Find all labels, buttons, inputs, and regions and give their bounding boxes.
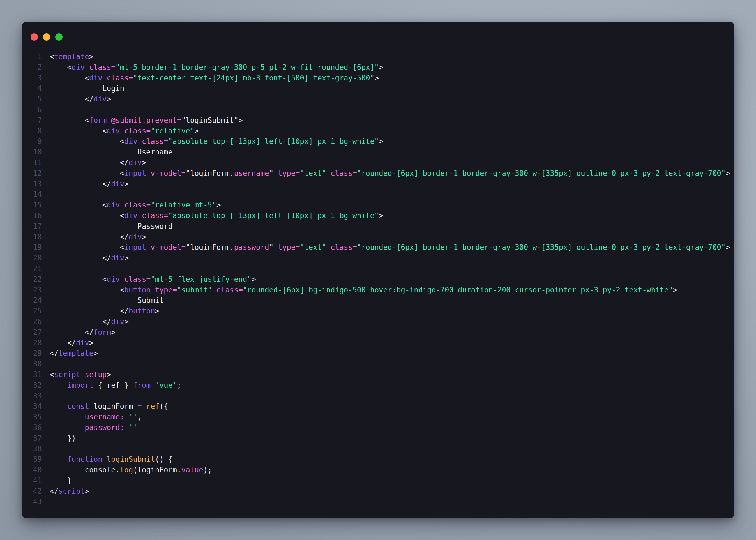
code-token: "text" [300, 243, 326, 251]
code-token: from [133, 381, 151, 389]
code-line-content [42, 105, 50, 115]
code-line-content: <div class="relative mt-5"> [42, 200, 221, 210]
code-token: > [726, 169, 730, 178]
code-line-content: Login [42, 83, 124, 94]
code-line: 41 } [22, 475, 734, 486]
code-token: > [142, 158, 146, 167]
code-line-content [42, 444, 50, 454]
code-token: > [124, 318, 129, 326]
code-token [326, 243, 331, 251]
code-line-content: const loginForm = ref({ [42, 401, 168, 412]
code-token [80, 370, 85, 379]
code-token: "absolute top-[-13px] left-[10px] px-1 b… [168, 137, 379, 146]
code-token: "loginForm. [186, 169, 234, 178]
desktop-background: 1<template>2 <div class="mt-5 border-1 b… [0, 0, 756, 540]
code-line-content: <template> [42, 52, 94, 62]
code-token [120, 275, 124, 283]
code-token: > [142, 233, 146, 241]
code-token: type= [155, 286, 177, 294]
code-token: }) [50, 434, 76, 443]
code-token: > [251, 275, 256, 283]
code-token: "loginSubmit"> [181, 116, 243, 124]
code-token: div [72, 63, 85, 71]
code-token: < [50, 211, 124, 220]
line-number: 25 [22, 306, 42, 317]
code-token: " [269, 243, 278, 251]
code-token: "rounded-[6px] border-1 border-gray-300 … [357, 243, 726, 251]
code-token: </ [50, 487, 58, 495]
code-line: 25 </button> [22, 306, 734, 317]
code-line: 22 <div class="mt-5 flex justify-end"> [22, 274, 734, 285]
code-line: 29</template> [22, 348, 734, 359]
code-token: div [94, 95, 107, 103]
code-token: input [124, 243, 146, 251]
code-token: ); [203, 466, 212, 474]
code-line-content: function loginSubmit() { [42, 454, 173, 465]
code-token: Submit [50, 296, 164, 305]
line-number: 30 [22, 359, 42, 369]
code-line: 33 [22, 391, 734, 401]
code-token: username [234, 169, 269, 178]
code-token [326, 169, 331, 178]
line-number: 6 [22, 105, 42, 115]
code-token: type= [278, 169, 300, 178]
code-token: < [50, 286, 124, 294]
minimize-button[interactable] [43, 33, 50, 41]
code-token: Login [50, 84, 124, 92]
code-token [212, 286, 217, 294]
code-token: < [50, 116, 89, 124]
code-token: password [234, 243, 269, 251]
code-token: > [217, 201, 221, 209]
code-token [146, 169, 151, 178]
code-token: username: [50, 413, 124, 421]
code-token [146, 243, 151, 251]
code-line-content [42, 359, 50, 369]
code-token [124, 423, 129, 432]
code-token: > [673, 286, 678, 294]
code-token [151, 381, 155, 389]
code-token: form [89, 116, 107, 124]
code-line: 1<template> [22, 52, 734, 62]
code-line: 16 <div class="absolute top-[-13px] left… [22, 210, 734, 221]
code-line-content: <div class="mt-5 border-1 border-gray-30… [42, 62, 383, 73]
code-token: setup [85, 370, 106, 379]
code-token: class= [142, 137, 168, 146]
line-number: 43 [22, 496, 42, 507]
zoom-button[interactable] [55, 33, 63, 41]
code-token [85, 63, 89, 71]
code-token: "rounded-[6px] bg-indigo-500 hover:bg-in… [243, 286, 673, 294]
code-token [107, 116, 111, 124]
code-token: ; [177, 381, 181, 389]
code-token: </ [50, 328, 94, 337]
code-line-content: <div class="relative"> [42, 126, 199, 137]
code-line: 36 password: '' [22, 423, 734, 433]
code-token: div [129, 158, 142, 167]
code-area[interactable]: 1<template>2 <div class="mt-5 border-1 b… [22, 52, 734, 518]
code-token: < [50, 201, 107, 209]
code-token: (loginForm. [133, 466, 181, 474]
code-line: 11 </div> [22, 158, 734, 168]
code-token: < [50, 53, 54, 61]
code-line: 2 <div class="mt-5 border-1 border-gray-… [22, 62, 734, 73]
code-token: class= [217, 286, 243, 294]
close-button[interactable] [31, 33, 38, 41]
code-token: div [111, 180, 124, 188]
code-line: 31<script setup> [22, 369, 734, 380]
code-token: template [58, 349, 93, 357]
code-token: div [76, 339, 89, 347]
code-line-content [42, 391, 50, 401]
line-number: 41 [22, 475, 42, 486]
line-number: 11 [22, 158, 42, 168]
code-token: </ [50, 349, 58, 357]
line-number: 13 [22, 179, 42, 190]
code-line: 7 <form @submit.prevent="loginSubmit"> [22, 115, 734, 126]
code-token: "text" [300, 169, 326, 178]
code-token: v-model= [151, 169, 186, 178]
code-token: v-model= [151, 243, 186, 251]
code-line-content: <div class="mt-5 flex justify-end"> [42, 274, 256, 285]
code-token: "absolute top-[-13px] left-[10px] px-1 b… [168, 211, 379, 220]
code-token [120, 201, 124, 209]
code-token: "submit" [177, 286, 212, 294]
code-token: 'vue' [155, 381, 177, 389]
code-line-content: } [42, 475, 72, 486]
